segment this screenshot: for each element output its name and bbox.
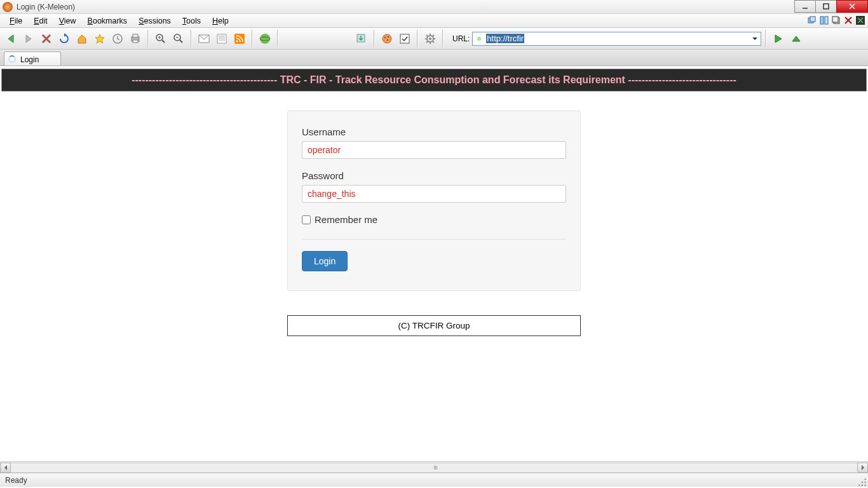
svg-line-24 [180, 40, 182, 43]
toolbar-separator [277, 30, 278, 48]
app-icon [3, 2, 13, 12]
svg-rect-7 [825, 17, 828, 24]
window-title: Login (K-Meleon) [17, 3, 75, 11]
svg-rect-27 [217, 34, 226, 43]
kmeleon-icon[interactable] [257, 30, 273, 47]
url-box[interactable]: http://trcfir [472, 32, 761, 46]
zoom-out-icon[interactable] [170, 30, 187, 47]
menu-edit[interactable]: Edit [28, 15, 53, 27]
login-button[interactable]: Login [302, 251, 348, 271]
reload-button[interactable] [56, 30, 72, 47]
svg-line-50 [433, 35, 434, 36]
svg-point-54 [865, 485, 866, 486]
back-button[interactable] [3, 30, 19, 47]
svg-point-32 [236, 40, 238, 42]
password-input[interactable] [302, 185, 566, 203]
tab-bar: Login [0, 50, 868, 66]
scroll-left-arrow[interactable] [0, 463, 11, 473]
resize-grip-icon[interactable] [858, 478, 867, 487]
svg-rect-40 [400, 34, 409, 43]
tab-label: Login [20, 55, 39, 64]
svg-rect-9 [832, 17, 838, 22]
page-viewport: ----------------------------------------… [0, 66, 868, 461]
scroll-right-arrow[interactable] [857, 463, 868, 473]
maximize-button[interactable] [815, 0, 837, 13]
cascade-icon[interactable] [807, 15, 817, 25]
stop-button[interactable] [38, 30, 55, 47]
toolbar-separator [765, 30, 766, 48]
news-icon[interactable] [214, 30, 230, 47]
username-input[interactable] [302, 141, 566, 159]
login-card: Username Password Remember me Login [287, 111, 581, 291]
svg-line-48 [433, 41, 434, 43]
tile-icon[interactable] [819, 15, 829, 25]
footer-copyright: (C) TRCFIR Group [287, 315, 581, 336]
zoom-in-icon[interactable] [153, 30, 169, 47]
go-up-button[interactable] [788, 30, 804, 47]
menu-tools[interactable]: Tools [177, 15, 207, 27]
menu-file[interactable]: File [4, 15, 28, 27]
block-icon[interactable] [397, 30, 413, 47]
mail-icon[interactable] [196, 30, 212, 47]
rss-icon[interactable] [231, 30, 248, 47]
download-icon[interactable] [353, 30, 370, 47]
scroll-track[interactable] [11, 463, 857, 473]
svg-line-49 [426, 41, 428, 43]
tab-login[interactable]: Login [4, 51, 61, 65]
svg-point-52 [865, 482, 866, 483]
cookie-icon[interactable] [379, 30, 395, 47]
svg-rect-6 [820, 17, 824, 24]
svg-line-47 [426, 35, 428, 36]
history-icon[interactable] [109, 30, 126, 47]
svg-rect-1 [824, 4, 829, 9]
settings-gear-icon[interactable] [422, 30, 438, 47]
menu-bookmarks[interactable]: Bookmarks [82, 15, 133, 27]
svg-point-36 [383, 34, 391, 43]
status-text: Ready [5, 476, 27, 485]
minimize-button[interactable] [794, 0, 816, 13]
close-button[interactable] [836, 0, 868, 13]
svg-line-20 [162, 40, 165, 43]
menu-sessions[interactable]: Sessions [133, 15, 177, 27]
menu-view[interactable]: View [53, 15, 82, 27]
horizontal-scrollbar[interactable] [0, 461, 868, 473]
toolbar-separator [374, 30, 375, 48]
svg-point-55 [862, 485, 863, 486]
toolbar-separator [442, 30, 444, 48]
status-bar: Ready [0, 473, 868, 487]
svg-rect-31 [234, 34, 245, 44]
svg-rect-5 [810, 17, 815, 22]
home-button[interactable] [74, 30, 90, 47]
fullscreen-icon[interactable] [855, 15, 865, 25]
url-label: URL: [452, 34, 470, 43]
print-icon[interactable] [127, 30, 144, 47]
password-label: Password [302, 170, 566, 181]
go-button[interactable] [770, 30, 787, 47]
banner-title: ----------------------------------------… [1, 69, 867, 92]
forward-button[interactable] [20, 30, 37, 47]
url-favicon-icon [475, 34, 484, 43]
remember-row: Remember me [302, 214, 566, 225]
svg-point-33 [260, 34, 270, 44]
svg-rect-17 [133, 34, 138, 37]
svg-point-38 [388, 36, 389, 37]
menu-help[interactable]: Help [207, 15, 234, 27]
svg-rect-18 [133, 40, 138, 43]
restore-icon[interactable] [831, 15, 841, 25]
remember-label: Remember me [315, 214, 377, 225]
svg-point-37 [384, 37, 386, 38]
menu-right-icons [807, 15, 865, 25]
url-dropdown-icon[interactable] [751, 36, 759, 41]
form-separator [302, 239, 566, 240]
close-tab-icon[interactable] [843, 15, 853, 25]
main-toolbar: URL: http://trcfir [0, 28, 868, 50]
password-group: Password [302, 170, 566, 203]
remember-checkbox[interactable] [302, 215, 311, 224]
toolbar-separator [252, 30, 253, 48]
url-bar-wrap: URL: http://trcfir [452, 32, 761, 46]
username-label: Username [302, 126, 566, 137]
svg-point-56 [858, 485, 860, 486]
url-text[interactable]: http://trcfir [486, 34, 524, 43]
bookmark-star-icon[interactable] [92, 30, 108, 47]
tab-loading-spinner-icon [8, 55, 17, 64]
